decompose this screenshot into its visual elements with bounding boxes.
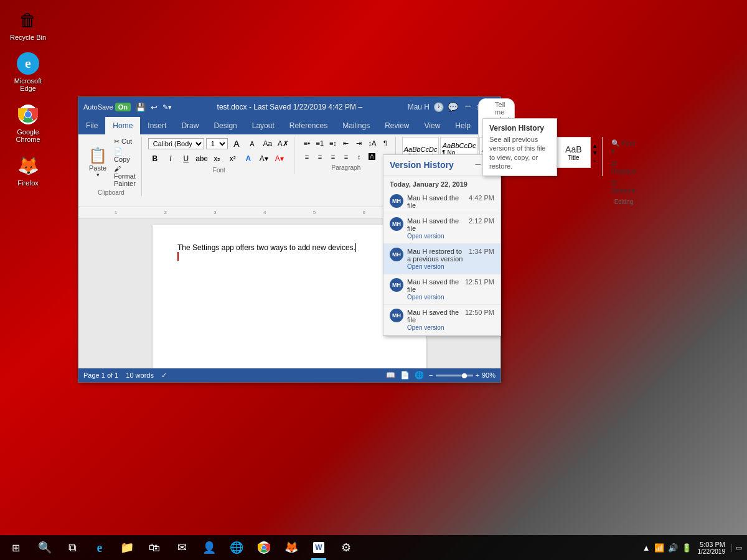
tray-network-icon[interactable]: 📶 bbox=[654, 543, 664, 553]
tab-insert[interactable]: Insert bbox=[140, 117, 174, 134]
taskbar-people[interactable]: 👤 bbox=[195, 535, 223, 560]
find-button[interactable]: 🔍 Find ▾ bbox=[609, 138, 639, 157]
align-right-button[interactable]: ≡ bbox=[327, 151, 339, 163]
undo-icon[interactable]: ↩ bbox=[151, 103, 157, 112]
zoom-in-button[interactable]: + bbox=[476, 371, 479, 379]
bullets-button[interactable]: ≡• bbox=[301, 137, 313, 149]
tab-draw[interactable]: Draw bbox=[174, 117, 206, 134]
text-effects-button[interactable]: A bbox=[242, 152, 255, 166]
tray-volume-icon[interactable]: 🔊 bbox=[668, 543, 678, 553]
version-link-3[interactable]: Open version bbox=[407, 263, 465, 270]
tab-view[interactable]: View bbox=[417, 117, 448, 134]
bold-button[interactable]: B bbox=[148, 152, 162, 166]
taskbar-store[interactable]: 🛍 bbox=[141, 535, 168, 560]
multilevel-button[interactable]: ≡↕ bbox=[327, 137, 339, 149]
version-item-4[interactable]: MH Mau H saved the file Open version 12:… bbox=[383, 274, 500, 305]
customize-icon[interactable]: ✎▾ bbox=[162, 103, 172, 111]
version-item-3[interactable]: MH Mau H restored to a previous version … bbox=[383, 244, 500, 274]
minimize-button[interactable]: ─ bbox=[463, 102, 473, 112]
tab-review[interactable]: Review bbox=[377, 117, 416, 134]
show-hide-button[interactable]: ¶ bbox=[379, 137, 392, 149]
change-case-button[interactable]: Aa bbox=[261, 137, 275, 151]
numbering-button[interactable]: ≡1 bbox=[314, 137, 326, 149]
paste-button[interactable]: 📋 Paste ▾ bbox=[85, 146, 111, 179]
justify-button[interactable]: ≡ bbox=[340, 151, 352, 163]
align-left-button[interactable]: ≡ bbox=[301, 151, 313, 163]
tab-layout[interactable]: Layout bbox=[245, 117, 282, 134]
view-read-icon[interactable]: 📖 bbox=[386, 371, 395, 380]
taskbar-firefox[interactable]: 🦊 bbox=[278, 535, 305, 560]
replace-button[interactable]: ⇄ Replace bbox=[609, 158, 639, 176]
superscript-button[interactable]: x² bbox=[226, 152, 240, 166]
zoom-out-button[interactable]: − bbox=[429, 371, 433, 379]
tray-expand-icon[interactable]: ▲ bbox=[642, 543, 651, 553]
clear-format-button[interactable]: A✗ bbox=[276, 137, 290, 151]
format-painter-button[interactable]: 🖌 Format Painter bbox=[112, 164, 138, 188]
subscript-button[interactable]: x₂ bbox=[210, 152, 224, 166]
styles-expand[interactable]: ⌄ bbox=[592, 156, 598, 163]
view-print-icon[interactable]: 📄 bbox=[400, 371, 410, 380]
version-link-5[interactable]: Open version bbox=[407, 324, 461, 331]
version-link-4[interactable]: Open version bbox=[407, 294, 461, 301]
font-size-select[interactable]: 11 bbox=[206, 138, 228, 149]
firefox-icon[interactable]: 🦊 Firefox bbox=[6, 152, 50, 189]
shading-button[interactable]: 🅰 bbox=[366, 151, 378, 163]
tab-mailings[interactable]: Mailings bbox=[335, 117, 377, 134]
tray-battery-icon[interactable]: 🔋 bbox=[682, 543, 692, 553]
taskbar-settings[interactable]: ⚙ bbox=[332, 535, 360, 560]
font-shrink-button[interactable]: A bbox=[245, 137, 259, 151]
line-spacing-button[interactable]: ↕ bbox=[353, 151, 365, 163]
font-grow-button[interactable]: A bbox=[230, 137, 243, 151]
taskbar-mail[interactable]: ✉ bbox=[168, 535, 195, 560]
version-link-2[interactable]: Open version bbox=[407, 233, 465, 240]
italic-button[interactable]: I bbox=[164, 152, 177, 166]
taskbar-edge[interactable]: e bbox=[86, 535, 113, 560]
zoom-controls[interactable]: − + 90% bbox=[429, 371, 496, 379]
taskbar-word[interactable]: W bbox=[305, 535, 332, 560]
taskbar-task-view[interactable]: ⧉ bbox=[59, 535, 86, 560]
sort-button[interactable]: ↕A bbox=[366, 137, 378, 149]
taskbar-search[interactable]: 🔍 bbox=[31, 535, 59, 560]
styles-down[interactable]: ▼ bbox=[592, 149, 598, 156]
version-time-3: 1:34 PM bbox=[469, 248, 494, 270]
font-color-button[interactable]: A▾ bbox=[273, 152, 286, 166]
taskbar-ie[interactable]: 🌐 bbox=[223, 535, 250, 560]
copy-button[interactable]: 📄 Copy bbox=[112, 147, 138, 164]
version-item-1[interactable]: MH Mau H saved the file 4:42 PM bbox=[383, 190, 500, 213]
system-clock[interactable]: 5:03 PM 1/22/2019 bbox=[694, 541, 730, 555]
start-button[interactable]: ⊞ bbox=[0, 535, 31, 560]
recycle-bin-icon[interactable]: 🗑 Recycle Bin bbox=[6, 6, 50, 44]
tab-help[interactable]: Help bbox=[448, 117, 478, 134]
increase-indent-button[interactable]: ⇥ bbox=[353, 137, 365, 149]
taskbar-chrome[interactable] bbox=[250, 535, 278, 560]
task-view-icon: ⧉ bbox=[68, 541, 77, 554]
strikethrough-button[interactable]: abc bbox=[195, 152, 209, 166]
proofing-icon[interactable]: ✓ bbox=[161, 371, 167, 380]
align-center-button[interactable]: ≡ bbox=[314, 151, 326, 163]
text-highlight-button[interactable]: A▾ bbox=[257, 152, 271, 166]
zoom-slider[interactable] bbox=[436, 375, 473, 376]
tab-home[interactable]: Home bbox=[105, 117, 140, 134]
tab-design[interactable]: Design bbox=[206, 117, 244, 134]
tab-file[interactable]: File bbox=[78, 117, 105, 134]
google-chrome-icon[interactable]: Google Chrome bbox=[6, 101, 50, 146]
taskbar-file-explorer[interactable]: 📁 bbox=[113, 535, 141, 560]
save-icon[interactable]: 💾 bbox=[136, 103, 146, 112]
view-web-icon[interactable]: 🌐 bbox=[415, 371, 424, 380]
panel-minimize-button[interactable]: ─ bbox=[475, 160, 481, 170]
show-desktop-button[interactable]: ▭ bbox=[731, 544, 742, 552]
autosave-toggle[interactable]: On bbox=[115, 103, 131, 111]
version-history-icon[interactable]: 🕐 bbox=[433, 102, 444, 112]
microsoft-edge-icon[interactable]: e Microsoft Edge bbox=[6, 50, 50, 95]
font-name-select[interactable]: Calibri (Body) bbox=[148, 138, 204, 149]
style-title[interactable]: AaB Title bbox=[557, 137, 591, 168]
version-item-2[interactable]: MH Mau H saved the file Open version 2:1… bbox=[383, 213, 500, 244]
comments-icon[interactable]: 💬 bbox=[448, 102, 458, 112]
version-item-5[interactable]: MH Mau H saved the file Open version 12:… bbox=[383, 305, 500, 335]
decrease-indent-button[interactable]: ⇤ bbox=[340, 137, 352, 149]
select-button[interactable]: ⊡ Select ▾ bbox=[609, 177, 639, 196]
underline-button[interactable]: U bbox=[179, 152, 193, 166]
cut-button[interactable]: ✂ Cut bbox=[112, 137, 138, 146]
tab-references[interactable]: References bbox=[282, 117, 335, 134]
styles-up[interactable]: ▲ bbox=[592, 142, 598, 149]
